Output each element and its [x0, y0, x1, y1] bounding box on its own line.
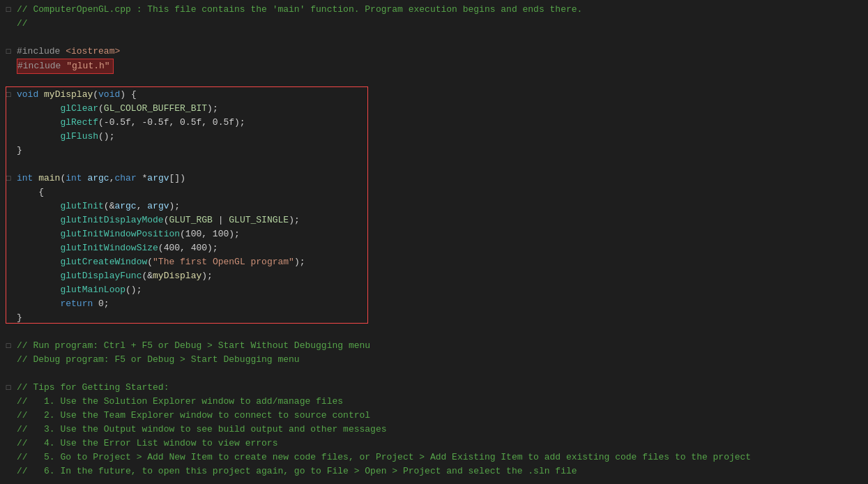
code-line: #include "glut.h"	[0, 59, 868, 74]
line-content: void myDisplay(void) {	[14, 88, 868, 102]
code-line: glutDisplayFunc(&myDisplay);	[0, 269, 868, 283]
token-default: );	[169, 201, 181, 211]
token-default: (	[93, 89, 98, 100]
code-line: glRectf(-0.5f, -0.5f, 0.5f, 0.5f);	[0, 116, 868, 130]
code-line: glClear(GL_COLOR_BUFFER_BIT);	[0, 102, 868, 116]
code-line: // Debug program: F5 or Debug > Start De…	[0, 353, 868, 367]
code-line: □#include <iostream>	[0, 45, 868, 59]
collapse-indicator[interactable]: □	[3, 381, 14, 395]
code-line: return 0;	[0, 297, 868, 311]
token-param: argc	[114, 201, 136, 211]
line-content: glutInit(&argc, argv);	[14, 199, 868, 213]
line-content: glFlush();	[14, 130, 868, 144]
line-content	[14, 74, 868, 88]
line-content	[14, 31, 868, 45]
code-line: glutInitWindowPosition(100, 100);	[0, 227, 868, 241]
token-string: "The first OpenGL program"	[153, 257, 294, 267]
code-line: }	[0, 311, 868, 325]
token-include-lib: <iostream>	[66, 46, 120, 56]
token-comment: // 3. Use the Output window to see build…	[17, 424, 387, 434]
token-gl-const: GLUT_RGB	[169, 215, 212, 225]
token-comment: // 5. Go to Project > Add New Item to cr…	[17, 452, 751, 462]
token-comment: // 4. Use the Error List window to view …	[17, 438, 277, 448]
line-content: return 0;	[14, 297, 868, 311]
token-comment: // 6. In the future, to open this projec…	[17, 466, 577, 476]
code-line: glutInitWindowSize(400, 400);	[0, 241, 868, 255]
line-content: glClear(GL_COLOR_BUFFER_BIT);	[14, 102, 868, 116]
collapse-indicator[interactable]: □	[3, 45, 14, 59]
code-line: glutInitDisplayMode(GLUT_RGB | GLUT_SING…	[0, 213, 868, 227]
token-glut-func: glutDisplayFunc	[60, 271, 142, 281]
line-content: int main(int argc,char *argv[])	[14, 172, 868, 186]
token-default: );	[289, 215, 300, 225]
line-content: glRectf(-0.5f, -0.5f, 0.5f, 0.5f);	[14, 116, 868, 130]
token-glut-func: glutInit	[60, 201, 103, 211]
token-default	[38, 89, 44, 100]
line-content: glutCreateWindow("The first OpenGL progr…	[14, 255, 868, 269]
token-comment: // Tips for Getting Started:	[17, 382, 169, 393]
line-content: // 2. Use the Team Explorer window to co…	[14, 409, 868, 423]
code-line	[0, 74, 868, 88]
token-keyword: int	[66, 173, 82, 183]
token-default: );	[294, 257, 305, 267]
token-default: {	[38, 187, 44, 197]
line-content: // ComputerOpenGL.cpp : This file contai…	[14, 3, 868, 17]
code-line: □// ComputerOpenGL.cpp : This file conta…	[0, 3, 868, 17]
line-content: // 1. Use the Solution Explorer window t…	[14, 395, 868, 409]
token-default: }	[17, 312, 22, 323]
token-function: main	[38, 173, 60, 183]
token-default: (	[98, 103, 104, 114]
code-line: // 3. Use the Output window to see build…	[0, 423, 868, 437]
code-line	[0, 31, 868, 45]
line-content: glutInitWindowSize(400, 400);	[14, 241, 868, 255]
collapse-indicator[interactable]: □	[3, 88, 14, 102]
code-line: glutMainLoop();	[0, 283, 868, 297]
code-line: □int main(int argc,char *argv[])	[0, 172, 868, 186]
collapse-indicator[interactable]: □	[3, 339, 14, 353]
token-preprocessor: #include	[17, 46, 66, 56]
token-keyword: void	[17, 89, 38, 100]
token-default: *	[137, 173, 148, 183]
token-keyword: return	[60, 298, 93, 309]
line-content: // 5. Go to Project > Add New Item to cr…	[14, 451, 868, 464]
token-default: |	[213, 215, 229, 225]
code-line: glutCreateWindow("The first OpenGL progr…	[0, 255, 868, 269]
token-glut-func: glutMainLoop	[60, 285, 125, 295]
token-default: ) {	[120, 89, 136, 100]
line-content: glutInitDisplayMode(GLUT_RGB | GLUT_SING…	[14, 213, 868, 227]
token-default: ,	[137, 201, 148, 211]
token-comment: // Run program: Ctrl + F5 or Debug > Sta…	[17, 340, 370, 351]
collapse-indicator[interactable]: □	[3, 3, 14, 17]
code-line: glutInit(&argc, argv);	[0, 199, 868, 213]
token-comment: //	[17, 18, 28, 29]
line-content	[14, 158, 868, 172]
token-include-header: "glut.h"	[66, 61, 109, 71]
code-line: // 6. In the future, to open this projec…	[0, 464, 868, 478]
line-content: glutMainLoop();	[14, 283, 868, 297]
code-editor: □// ComputerOpenGL.cpp : This file conta…	[0, 0, 868, 481]
line-content: glutDisplayFunc(&myDisplay);	[14, 269, 868, 283]
token-param: argv	[147, 201, 169, 211]
token-default: (&	[142, 271, 153, 281]
token-default: (	[147, 257, 153, 267]
code-line: □// Run program: Ctrl + F5 or Debug > St…	[0, 339, 868, 353]
token-default: ,	[109, 173, 115, 183]
code-line	[0, 367, 868, 381]
token-default: (100, 100);	[180, 229, 240, 239]
line-content: glutInitWindowPosition(100, 100);	[14, 227, 868, 241]
code-line: }	[0, 144, 868, 158]
code-line: // 2. Use the Team Explorer window to co…	[0, 409, 868, 423]
token-glut-func: glFlush	[60, 131, 98, 142]
line-content: // Tips for Getting Started:	[14, 381, 868, 395]
line-content: //	[14, 17, 868, 31]
line-content: }	[14, 144, 868, 158]
token-glut-func: glutInitWindowSize	[60, 243, 158, 253]
line-content: }	[14, 311, 868, 325]
code-line: glFlush();	[0, 130, 868, 144]
token-default: (-0.5f, -0.5f, 0.5f, 0.5f);	[98, 117, 245, 128]
token-glut-func: glutInitDisplayMode	[60, 215, 163, 225]
token-glut-func: glRectf	[60, 117, 98, 128]
token-default: (&	[104, 201, 115, 211]
token-param: argv	[147, 173, 169, 183]
collapse-indicator[interactable]: □	[3, 172, 14, 186]
